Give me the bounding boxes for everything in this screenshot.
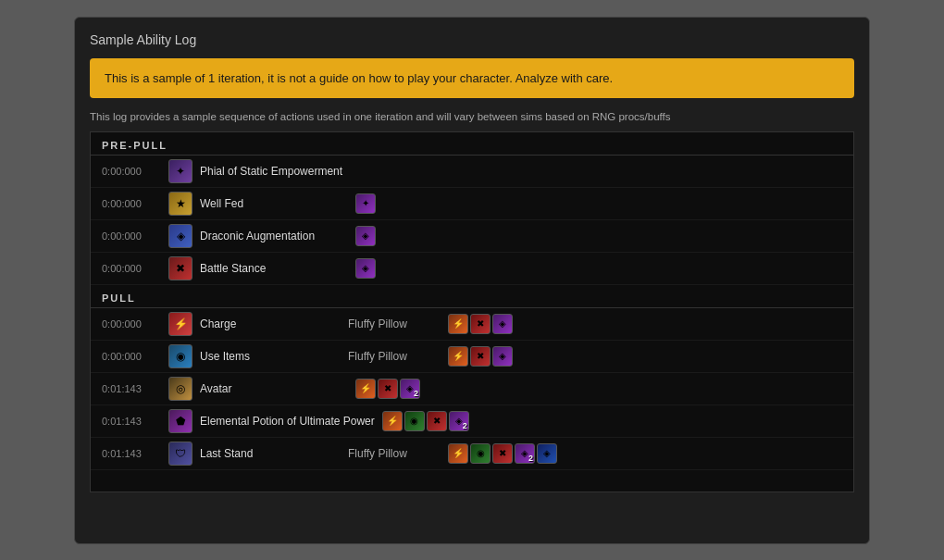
timestamp: 0:00:000: [102, 198, 168, 209]
modal-container: Sample Ability Log This is a sample of 1…: [74, 17, 870, 544]
ability-icon: ◉: [168, 344, 193, 368]
buff-icon: ⚡: [355, 379, 376, 399]
ability-icon: ⬟: [168, 409, 193, 433]
log-row: 0:01:143⬟Elemental Potion of Ultimate Po…: [91, 405, 853, 438]
buff-icon: ◈: [492, 314, 513, 334]
ability-icon: ✖: [168, 256, 193, 280]
buff-count: 2: [414, 389, 418, 398]
timestamp: 0:00:000: [102, 230, 168, 242]
log-row: 0:00:000✖Battle Stance◈: [91, 253, 853, 285]
buff-icon: ⚡: [382, 411, 403, 431]
ability-name: Draconic Augmentation: [200, 230, 348, 243]
timestamp: 0:01:143: [102, 448, 168, 459]
buff-icons: ◈: [355, 226, 376, 246]
buff-icons: ⚡◉✖◈2◈: [448, 443, 557, 464]
buff-icon: ◈: [355, 258, 376, 279]
ability-name: Last Stand: [200, 447, 348, 460]
timestamp: 0:00:000: [102, 351, 168, 362]
target-name: Fluffy Pillow: [348, 447, 441, 460]
buff-icons: ⚡✖◈: [448, 346, 513, 367]
buff-icon: ◈2: [515, 443, 535, 464]
ability-icon: ⚡: [168, 312, 193, 336]
buff-count: 2: [528, 454, 533, 463]
buff-icon: ◈: [537, 443, 557, 464]
log-container[interactable]: PRE-PULL0:00:000✦Phial of Static Empower…: [90, 131, 854, 492]
ability-name: Avatar: [200, 382, 348, 395]
buff-icons: ⚡◉✖◈2: [382, 411, 469, 431]
timestamp: 0:01:143: [102, 416, 168, 427]
log-row: 0:00:000◉Use ItemsFluffy Pillow⚡✖◈: [91, 341, 853, 373]
buff-icon: ✦: [355, 193, 376, 214]
timestamp: 0:01:143: [102, 383, 168, 394]
buff-icon: ◉: [470, 443, 491, 464]
ability-name: Phial of Static Empowerment: [200, 165, 348, 178]
buff-icon: ✖: [470, 314, 491, 334]
log-row: 0:00:000⚡ChargeFluffy Pillow⚡✖◈: [91, 308, 853, 341]
ability-name: Charge: [200, 317, 348, 330]
ability-icon: ◈: [168, 224, 193, 248]
log-row: 0:00:000✦Phial of Static Empowerment: [91, 156, 853, 188]
target-name: Fluffy Pillow: [348, 317, 441, 330]
ability-name: Well Fed: [200, 197, 348, 210]
target-name: Fluffy Pillow: [348, 350, 441, 363]
ability-icon: ★: [168, 192, 193, 216]
buff-icons: ⚡✖◈: [448, 314, 513, 334]
timestamp: 0:00:000: [102, 166, 168, 177]
buff-icon: ◈2: [400, 379, 420, 399]
ability-icon: 🛡: [168, 442, 193, 466]
ability-name: Elemental Potion of Ultimate Power: [200, 415, 375, 428]
buff-icon: ◈: [355, 226, 376, 246]
buff-icons: ✦: [355, 193, 376, 214]
buff-icon: ⚡: [448, 314, 468, 334]
timestamp: 0:00:000: [102, 263, 168, 274]
buff-icon: ◈: [492, 346, 513, 367]
modal-title: Sample Ability Log: [90, 32, 854, 47]
log-row: 0:01:143🛡Last StandFluffy Pillow⚡◉✖◈2◈: [91, 438, 853, 470]
warning-banner: This is a sample of 1 iteration, it is n…: [90, 58, 854, 98]
buff-icon: ✖: [427, 411, 447, 431]
ability-icon: ✦: [168, 159, 193, 183]
buff-icons: ◈: [355, 258, 376, 279]
ability-name: Battle Stance: [200, 262, 348, 275]
section-header-pre-pull: PRE-PULL: [91, 132, 853, 156]
buff-icon: ◈2: [449, 411, 469, 431]
log-row: 0:01:143◎Avatar⚡✖◈2: [91, 373, 853, 405]
buff-icon: ✖: [378, 379, 398, 399]
ability-name: Use Items: [200, 350, 348, 363]
buff-icon: ⚡: [448, 443, 468, 464]
buff-icon: ◉: [404, 411, 425, 431]
buff-icon: ⚡: [448, 346, 468, 367]
buff-icon: ✖: [470, 346, 491, 367]
buff-icon: ✖: [492, 443, 513, 464]
info-text: This log provides a sample sequence of a…: [90, 111, 854, 122]
buff-count: 2: [463, 421, 467, 430]
buff-icons: ⚡✖◈2: [355, 379, 420, 399]
section-header-pull: PULL: [91, 285, 853, 308]
ability-icon: ◎: [168, 377, 193, 401]
log-row: 0:00:000◈Draconic Augmentation◈: [91, 220, 853, 253]
timestamp: 0:00:000: [102, 318, 168, 330]
log-row: 0:00:000★Well Fed✦: [91, 188, 853, 220]
